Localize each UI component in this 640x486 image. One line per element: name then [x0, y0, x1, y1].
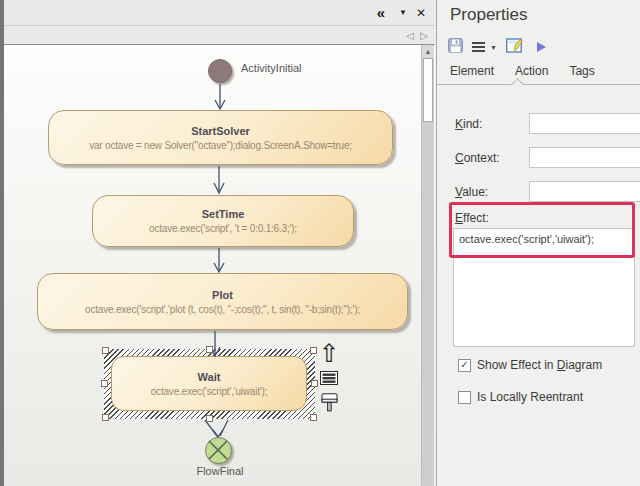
- locally-reentrant-checkbox-row: Is Locally Reentrant: [458, 390, 583, 404]
- scrollbar-thumb[interactable]: [423, 58, 433, 122]
- selection-frame[interactable]: Wait octave.exec('script','uiwait');: [104, 349, 315, 419]
- locally-reentrant-label: Is Locally Reentrant: [477, 390, 583, 404]
- tab-action[interactable]: Action: [515, 64, 548, 78]
- node-effect-text: var octave = new Solver("octave");dialog…: [89, 140, 352, 151]
- show-effect-label: Show Effect in Diagram: [477, 358, 602, 372]
- value-label: Value:: [455, 185, 488, 199]
- context-label-rest: ontext:: [464, 151, 500, 165]
- resize-handle[interactable]: [101, 380, 108, 387]
- diagram-titlebar: « ▼ ✕: [4, 0, 435, 26]
- action-node-settime[interactable]: SetTime octave.exec('script', 't = 0:0.1…: [92, 195, 354, 247]
- flow-final-label: FlowFinal: [180, 465, 260, 477]
- quicklink-up-arrow-icon[interactable]: ⇧: [319, 341, 340, 367]
- tab-tags[interactable]: Tags: [569, 64, 594, 78]
- tab-separator: [437, 84, 640, 85]
- value-label-rest: alue:: [462, 185, 488, 199]
- show-effect-label-pre: Show Effect in: [477, 358, 557, 372]
- action-node-wait[interactable]: Wait octave.exec('script','uiwait');: [111, 356, 307, 411]
- context-input[interactable]: [529, 147, 640, 168]
- properties-tabs: Element Action Tags: [450, 64, 595, 78]
- resize-handle[interactable]: [206, 346, 213, 353]
- kind-label-rest: ind:: [463, 117, 482, 131]
- context-mnemonic: C: [455, 151, 464, 165]
- resize-handle[interactable]: [102, 347, 109, 354]
- save-icon[interactable]: [448, 38, 463, 57]
- show-effect-checkbox[interactable]: ✓: [458, 359, 471, 372]
- locally-reentrant-checkbox[interactable]: [458, 391, 471, 404]
- compartments-icon[interactable]: [320, 371, 338, 389]
- resize-handle[interactable]: [102, 414, 109, 421]
- node-title: Wait: [198, 371, 221, 383]
- kind-input[interactable]: [529, 113, 640, 134]
- panel-title: Properties: [450, 5, 527, 25]
- collapse-icon[interactable]: «: [377, 0, 385, 25]
- action-node-startsolver[interactable]: StartSolver var octave = new Solver("oct…: [48, 110, 393, 165]
- tab-element[interactable]: Element: [450, 64, 494, 78]
- context-label: Context:: [455, 151, 500, 165]
- node-effect-text: octave.exec('script','uiwait');: [151, 386, 267, 397]
- effect-textarea[interactable]: octave.exec('script','uiwait');: [453, 228, 635, 347]
- application-window: « ▼ ✕ ◁ ▷ ActivityInitial StartSolver va…: [0, 0, 640, 486]
- resize-handle[interactable]: [310, 414, 317, 421]
- pin-icon[interactable]: [321, 393, 338, 417]
- flow-final-node[interactable]: [205, 437, 232, 464]
- resize-handle[interactable]: [310, 347, 317, 354]
- node-effect-text: octave.exec('script','plot (t, cos(t), "…: [85, 304, 360, 315]
- value-input[interactable]: [529, 181, 640, 202]
- node-effect-text: octave.exec('script', 't = 0:0.1:6.3;');: [149, 223, 297, 234]
- menu-icon[interactable]: [472, 42, 485, 52]
- show-effect-label-post: iagram: [566, 358, 603, 372]
- quicklink-toolbar: ⇧: [317, 341, 341, 417]
- dropdown-icon[interactable]: ▼: [399, 0, 407, 25]
- node-title: SetTime: [202, 208, 245, 220]
- resize-handle[interactable]: [206, 415, 213, 422]
- activity-initial-node[interactable]: [208, 59, 232, 83]
- node-title: Plot: [212, 289, 233, 301]
- activity-initial-label: ActivityInitial: [241, 62, 302, 74]
- properties-toolbar: ▼: [448, 37, 546, 57]
- diagram-canvas[interactable]: ActivityInitial StartSolver var octave =…: [4, 45, 435, 486]
- play-icon[interactable]: [537, 42, 546, 52]
- effect-mnemonic: E: [455, 211, 463, 225]
- flow-final-x-icon: [206, 438, 230, 462]
- menu-dropdown-icon[interactable]: ▼: [490, 44, 497, 51]
- locally-reentrant-label-pre: Is Locally Reentrant: [477, 390, 583, 404]
- nav-back-icon[interactable]: ◁: [406, 26, 414, 44]
- show-effect-mnemonic: D: [557, 358, 566, 372]
- effect-label-rest: ffect:: [463, 211, 489, 225]
- nav-forward-icon[interactable]: ▷: [420, 26, 428, 44]
- close-icon[interactable]: ✕: [416, 0, 426, 25]
- active-tab-notch: [511, 78, 524, 91]
- effect-label: Effect:: [455, 211, 489, 225]
- kind-mnemonic: K: [455, 117, 463, 131]
- vertical-scrollbar[interactable]: ▲: [421, 45, 434, 486]
- action-node-plot[interactable]: Plot octave.exec('script','plot (t, cos(…: [37, 273, 408, 330]
- properties-dialog-icon[interactable]: [506, 37, 524, 57]
- diagram-navbar: ◁ ▷: [4, 26, 435, 45]
- scroll-up-icon[interactable]: ▲: [422, 45, 434, 58]
- kind-label: Kind:: [455, 117, 482, 131]
- node-title: StartSolver: [191, 125, 250, 137]
- diagram-pane: « ▼ ✕ ◁ ▷ ActivityInitial StartSolver va…: [4, 0, 435, 486]
- properties-panel: Properties ▼ Ele: [436, 0, 640, 486]
- show-effect-checkbox-row: ✓ Show Effect in Diagram: [458, 358, 602, 372]
- resize-handle[interactable]: [311, 380, 318, 387]
